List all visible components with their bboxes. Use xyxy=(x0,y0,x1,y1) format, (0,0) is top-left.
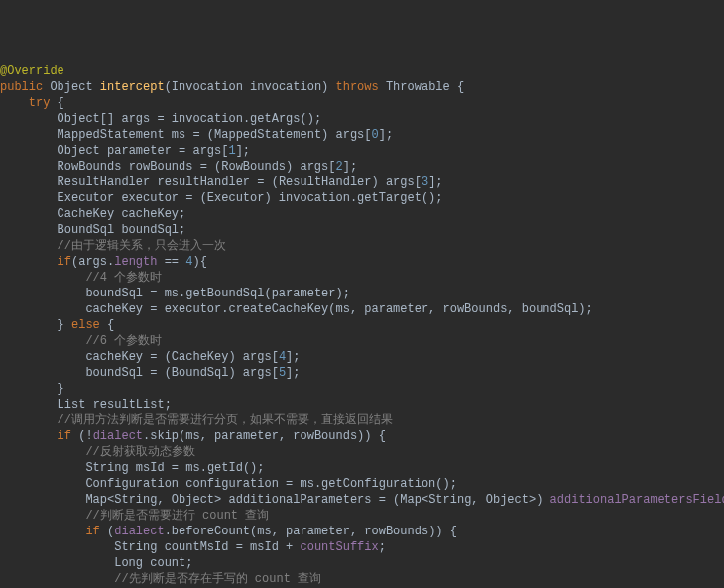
kw-if: if xyxy=(58,429,71,443)
type-string: String xyxy=(428,493,471,507)
var-ms: ms xyxy=(165,287,179,300)
param-invocation: invocation xyxy=(250,80,321,94)
var-ms: ms xyxy=(172,128,185,142)
var-ms: ms xyxy=(257,525,271,538)
call-skip: skip xyxy=(150,429,179,443)
comment-4: //调用方法判断是否需要进行分页，如果不需要，直接返回结果 xyxy=(58,413,393,427)
kw-else: else xyxy=(71,318,100,332)
num-4: 4 xyxy=(279,350,286,364)
var-resultlist: resultList xyxy=(93,398,165,412)
type-object: Object xyxy=(58,144,100,158)
var-parameter: parameter xyxy=(107,144,172,158)
var-boundsql: boundSql xyxy=(85,366,143,380)
var-countmsid: countMsId xyxy=(165,540,229,554)
var-addparams: additionalParameters xyxy=(228,493,371,507)
type-cachekey: CacheKey xyxy=(58,207,115,221)
num-4: 4 xyxy=(185,255,192,269)
var-args: args xyxy=(192,144,221,158)
field-addparamsfield: additionalParametersField xyxy=(550,493,724,507)
type-map: Map xyxy=(400,493,422,507)
num-2: 2 xyxy=(335,160,342,174)
var-rowbounds: rowBounds xyxy=(293,429,357,443)
type-long: Long xyxy=(114,556,143,570)
kw-public: public xyxy=(0,80,43,94)
comment-5: //反射获取动态参数 xyxy=(85,445,194,459)
var-boundsql: boundSql xyxy=(522,302,579,316)
comment-7: //先判断是否存在手写的 count 查询 xyxy=(114,572,321,586)
method-decl: intercept xyxy=(100,80,165,94)
var-parameter: parameter xyxy=(214,429,279,443)
field-countsuffix: countSuffix xyxy=(300,540,378,554)
field-length: length xyxy=(114,255,157,269)
var-msid: msId xyxy=(250,540,279,554)
var-rowbounds: rowBounds xyxy=(129,160,193,174)
type-object: Object xyxy=(58,112,100,126)
type-boundsql: BoundSql xyxy=(172,366,229,380)
type-rowbounds: RowBounds xyxy=(221,160,286,174)
var-ms: ms xyxy=(300,477,313,491)
var-parameter: parameter xyxy=(272,287,336,300)
code-block: @Override public Object intercept(Invoca… xyxy=(0,48,724,588)
var-args: args xyxy=(78,255,107,269)
var-ms: ms xyxy=(335,302,349,316)
var-executor: executor xyxy=(121,191,179,205)
field-dialect: dialect xyxy=(93,429,143,443)
kw-if: if xyxy=(85,525,99,538)
num-3: 3 xyxy=(422,176,428,189)
field-dialect: dialect xyxy=(114,525,164,538)
type-cachekey: CacheKey xyxy=(172,350,229,364)
kw-try: try xyxy=(29,96,51,110)
var-cachekey: cacheKey xyxy=(85,302,143,316)
kw-if: if xyxy=(58,255,71,269)
var-args: args xyxy=(336,128,365,142)
var-args: args xyxy=(300,160,328,174)
type-executor: Executor xyxy=(58,191,115,205)
type-object: Object xyxy=(486,493,529,507)
comment-6: //判断是否需要进行 count 查询 xyxy=(85,509,269,523)
var-args: args xyxy=(243,350,272,364)
var-args: args xyxy=(121,112,150,126)
call-getconfiguration: getConfiguration xyxy=(321,477,435,491)
kw-throws: throws xyxy=(336,80,379,94)
type-configuration: Configuration xyxy=(85,477,179,491)
var-boundsql: boundSql xyxy=(85,287,143,300)
type-object: Object xyxy=(172,493,214,507)
type-string: String xyxy=(114,493,157,507)
type-ms: MappedStatement xyxy=(214,128,321,142)
call-getboundsql: getBoundSql xyxy=(185,287,264,300)
num-0: 0 xyxy=(372,128,379,142)
call-gettarget: getTarget xyxy=(357,191,422,205)
type-object: Object xyxy=(50,80,92,94)
var-cachekey: cacheKey xyxy=(85,350,143,364)
type-string: String xyxy=(114,540,157,554)
type-string: String xyxy=(85,461,128,475)
comment-3: //6 个参数时 xyxy=(85,334,162,348)
type-resulthandler: ResultHandler xyxy=(58,176,151,189)
var-executor: executor xyxy=(165,302,222,316)
var-cachekey: cacheKey xyxy=(121,207,179,221)
var-invocation: invocation xyxy=(279,191,350,205)
var-rowbounds: rowBounds xyxy=(443,302,508,316)
comment-2: //4 个参数时 xyxy=(85,271,162,285)
type-invocation: Invocation xyxy=(172,80,243,94)
num-1: 1 xyxy=(228,144,235,158)
var-count: count xyxy=(150,556,185,570)
call-getid: getId xyxy=(207,461,243,475)
comment-1: //由于逻辑关系，只会进入一次 xyxy=(58,239,226,253)
type-boundsql: BoundSql xyxy=(58,223,115,237)
var-invocation: invocation xyxy=(172,112,243,126)
var-ms: ms xyxy=(185,429,199,443)
call-getargs: getArgs xyxy=(250,112,300,126)
annotation: @Override xyxy=(0,64,64,78)
type-rowbounds: RowBounds xyxy=(58,160,122,174)
type-executor: Executor xyxy=(207,191,265,205)
var-resulthandler: resultHandler xyxy=(157,176,250,189)
type-throwable: Throwable xyxy=(386,80,450,94)
var-parameter: parameter xyxy=(364,302,428,316)
var-args: args xyxy=(243,366,272,380)
var-ms: ms xyxy=(185,461,199,475)
var-parameter: parameter xyxy=(286,525,350,538)
var-configuration: configuration xyxy=(185,477,279,491)
var-rowbounds: rowBounds xyxy=(364,525,428,538)
num-5: 5 xyxy=(279,366,286,380)
